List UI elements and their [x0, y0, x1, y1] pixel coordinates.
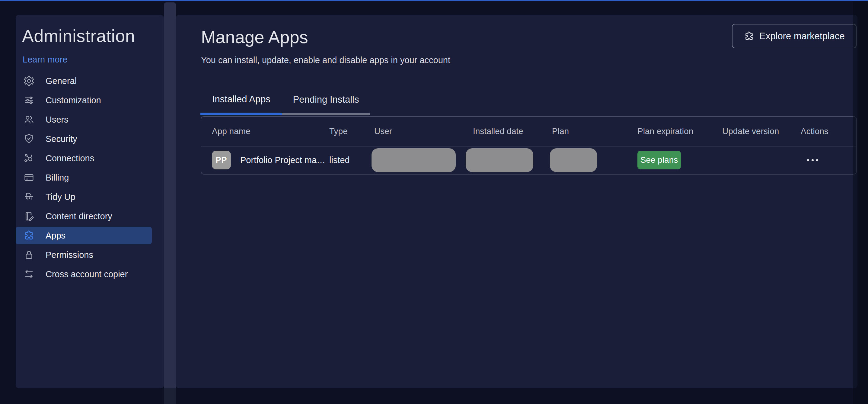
column-header-actions: Actions: [801, 117, 829, 146]
sidebar-item-connections[interactable]: Connections: [16, 149, 152, 167]
shredder-icon: [23, 191, 35, 203]
sidebar-item-label: Content directory: [45, 207, 112, 225]
tab-installed-apps[interactable]: Installed Apps: [200, 89, 282, 115]
explore-marketplace-label: Explore marketplace: [760, 31, 845, 42]
dot: [807, 159, 809, 161]
tab-label: Installed Apps: [212, 94, 271, 105]
sidebar-item-general[interactable]: General: [16, 72, 152, 90]
credit-card-icon: [23, 172, 35, 183]
app-type-cell: listed: [329, 146, 350, 174]
dot: [816, 159, 818, 161]
tab-label: Pending Installs: [293, 94, 359, 105]
column-header-plan: Plan: [552, 117, 569, 146]
sidebar-item-label: Users: [45, 111, 68, 128]
column-header-type: Type: [329, 117, 348, 146]
sidebar-item-label: Tidy Up: [45, 188, 75, 206]
page-title: Manage Apps: [201, 27, 308, 47]
tab-pending-installs[interactable]: Pending Installs: [282, 89, 370, 115]
explore-marketplace-button[interactable]: Explore marketplace: [732, 24, 857, 48]
redacted-plan-value: [550, 148, 597, 172]
app-avatar: PP: [212, 151, 231, 169]
lock-icon: [23, 249, 35, 261]
see-plans-button[interactable]: See plans: [638, 151, 681, 169]
sidebar-item-tidy-up[interactable]: Tidy Up: [16, 188, 152, 206]
column-header-installed-date: Installed date: [473, 117, 523, 146]
app-name-cell: Portfolio Project ma…: [240, 146, 326, 174]
users-icon: [23, 114, 35, 125]
admin-sidebar: Administration Learn more General: [16, 15, 164, 388]
sidebar-item-label: Security: [45, 130, 77, 148]
document-edit-icon: [23, 210, 35, 222]
network-nodes-icon: [23, 152, 35, 164]
admin-screen: Administration Learn more General: [0, 0, 868, 404]
sidebar-item-label: Permissions: [45, 246, 93, 264]
sidebar-item-billing[interactable]: Billing: [16, 169, 152, 186]
sidebar-item-label: Connections: [45, 149, 94, 167]
sidebar-item-apps[interactable]: Apps: [16, 227, 152, 244]
installed-apps-table: App name Type User Installed date Plan P…: [201, 116, 857, 175]
puzzle-icon: [23, 230, 35, 241]
sidebar-item-content-directory[interactable]: Content directory: [16, 207, 152, 225]
page-subtitle: You can install, update, enable and disa…: [201, 55, 450, 65]
table-row: PP Portfolio Project ma… listed See plan…: [201, 146, 856, 174]
sliders-icon: [23, 94, 35, 106]
dot: [812, 159, 814, 161]
sidebar-menu: General Customization: [16, 72, 152, 285]
sidebar-item-cross-account-copier[interactable]: Cross account copier: [16, 265, 152, 283]
puzzle-icon: [744, 31, 754, 42]
column-header-plan-expiration: Plan expiration: [638, 117, 693, 146]
sidebar-item-label: General: [45, 72, 77, 90]
more-options-button[interactable]: [807, 146, 818, 174]
sidebar-item-security[interactable]: Security: [16, 130, 152, 148]
panel-divider-strip: [164, 2, 176, 388]
column-header-update-version: Update version: [722, 117, 779, 146]
redacted-installed-date-value: [466, 148, 533, 172]
swap-arrows-icon: [23, 268, 35, 280]
learn-more-link[interactable]: Learn more: [23, 55, 67, 65]
column-header-user: User: [374, 117, 392, 146]
column-header-app-name: App name: [212, 117, 250, 146]
manage-apps-panel: Manage Apps You can install, update, ena…: [176, 15, 858, 388]
sidebar-item-permissions[interactable]: Permissions: [16, 246, 152, 264]
sidebar-item-label: Customization: [45, 91, 101, 109]
sidebar-item-users[interactable]: Users: [16, 111, 152, 128]
shield-check-icon: [23, 133, 35, 145]
gear-icon: [23, 75, 35, 87]
sidebar-title: Administration: [22, 26, 135, 46]
sidebar-item-customization[interactable]: Customization: [16, 91, 152, 109]
sidebar-item-label: Billing: [45, 169, 69, 186]
sidebar-item-label: Apps: [45, 227, 65, 244]
window-top-accent: [0, 0, 868, 1]
tabs: Installed Apps Pending Installs: [200, 89, 370, 115]
panel-divider-strip-bottom: [164, 388, 176, 404]
redacted-user-value: [372, 148, 456, 172]
table-header: App name Type User Installed date Plan P…: [201, 117, 856, 146]
sidebar-item-label: Cross account copier: [45, 265, 128, 283]
